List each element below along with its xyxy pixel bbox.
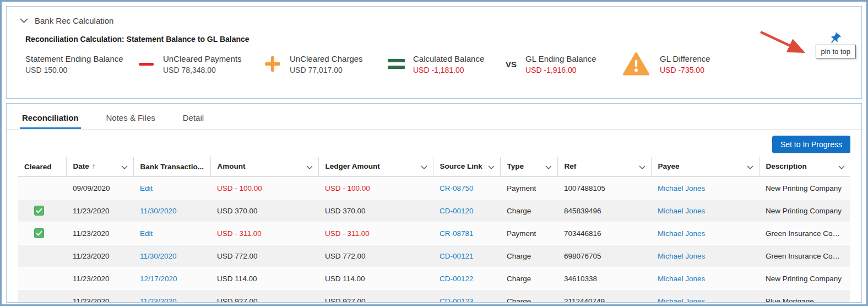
- source-link[interactable]: CD-00122: [440, 275, 474, 283]
- payee-link[interactable]: Michael Jones: [658, 184, 705, 192]
- ledger-amount-value: USD 927.00: [325, 297, 366, 303]
- table-row: 11/23/202012/17/2020USD 114.00USD 114.00…: [18, 267, 850, 290]
- column-header-ledger-amount[interactable]: Ledger Amount: [318, 157, 433, 177]
- bank-transaction-link[interactable]: 12/17/2020: [140, 275, 177, 283]
- column-menu-chevron-icon[interactable]: [421, 163, 427, 171]
- cell-description: Green Insurance Company: [759, 222, 850, 245]
- gl-difference: GL Difference USD -735.00: [660, 54, 710, 74]
- cell-type: Charge: [500, 245, 557, 267]
- bank-transaction-link[interactable]: 11/23/2020: [140, 297, 177, 303]
- cleared-checkbox[interactable]: [34, 228, 44, 238]
- tab-detail[interactable]: Detail: [181, 113, 206, 129]
- column-header-cleared[interactable]: Cleared: [18, 157, 66, 177]
- cell-source-link: CR-08781: [433, 222, 500, 245]
- cell-amount: USD 772.00: [210, 245, 318, 267]
- cell-source-link: CD-00123: [433, 290, 500, 303]
- cell-cleared: [18, 267, 66, 290]
- pushpin-icon[interactable]: [828, 32, 842, 45]
- uncleared-charges: UnCleared Charges USD 77,017.00: [290, 54, 379, 74]
- source-link[interactable]: CD-00120: [440, 207, 474, 215]
- payee-link[interactable]: Michael Jones: [658, 297, 705, 303]
- cell-date: 11/23/2020: [66, 222, 133, 245]
- cell-cleared: [18, 290, 66, 303]
- vs-label: VS: [497, 60, 525, 69]
- set-to-in-progress-button[interactable]: Set to In Progress: [772, 136, 850, 153]
- cell-payee: Michael Jones: [651, 222, 759, 245]
- cell-payee: Michael Jones: [651, 177, 759, 200]
- amount-value: USD - 100.00: [217, 184, 262, 192]
- column-menu-chevron-icon[interactable]: [639, 163, 645, 171]
- cell-bank-transaction: 11/30/2020: [133, 200, 210, 222]
- column-menu-chevron-icon[interactable]: [545, 163, 552, 171]
- app-frame: Bank Rec Calculation Reconciliation Calc…: [0, 0, 868, 306]
- table-header-row: ClearedDate↑Bank Transactio...AmountLedg…: [18, 157, 850, 177]
- cell-amount: USD - 311.00: [210, 222, 318, 245]
- bank-transaction-link[interactable]: Edit: [140, 229, 153, 238]
- column-label: Cleared: [24, 163, 52, 171]
- column-header-type[interactable]: Type: [500, 157, 557, 177]
- cell-description: New Printing Company: [759, 177, 850, 200]
- column-header-ref[interactable]: Ref: [557, 157, 651, 177]
- column-menu-chevron-icon[interactable]: [306, 163, 313, 171]
- bank-transaction-link[interactable]: 11/30/2020: [140, 207, 177, 215]
- column-header-payee[interactable]: Payee: [651, 157, 759, 177]
- cell-amount: USD 370.00: [210, 200, 318, 222]
- column-label: Amount: [218, 162, 246, 170]
- table-row: 11/23/202011/23/2020USD 927.00USD 927.00…: [18, 290, 850, 303]
- column-header-description[interactable]: Description: [759, 157, 850, 177]
- cell-ledger-amount: USD 772.00: [318, 245, 433, 267]
- column-header-date[interactable]: Date↑: [66, 157, 133, 177]
- column-header-source-link[interactable]: Source Link: [433, 157, 500, 177]
- bank-transaction-link[interactable]: Edit: [140, 184, 153, 192]
- column-label: Type: [507, 162, 524, 170]
- cell-cleared: [18, 200, 66, 222]
- column-menu-chevron-icon[interactable]: [838, 163, 845, 171]
- column-header-amount[interactable]: Amount: [210, 157, 318, 177]
- cell-type: Payment: [500, 177, 557, 200]
- cell-source-link: CD-00120: [433, 200, 500, 222]
- section-collapse-row[interactable]: Bank Rec Calculation: [7, 7, 861, 25]
- column-menu-chevron-icon[interactable]: [747, 163, 753, 171]
- cell-payee: Michael Jones: [651, 245, 759, 267]
- cell-payee: Michael Jones: [651, 267, 759, 290]
- amount-value: USD 114.00: [217, 275, 257, 283]
- sort-ascending-icon: ↑: [92, 162, 96, 170]
- calculated-balance: Calculated Balance USD -1,181.00: [413, 54, 497, 74]
- source-link[interactable]: CD-00121: [440, 252, 474, 260]
- column-label: Payee: [658, 162, 680, 170]
- source-link[interactable]: CD-00123: [440, 297, 474, 303]
- cell-ref: 845839496: [557, 200, 651, 222]
- cell-bank-transaction: 11/30/2020: [133, 245, 210, 267]
- column-menu-chevron-icon[interactable]: [488, 163, 495, 171]
- column-menu-chevron-icon[interactable]: [121, 163, 128, 171]
- tab-notes-and-files[interactable]: Notes & Files: [104, 113, 158, 129]
- cell-ref: 34610338: [557, 267, 651, 290]
- payee-link[interactable]: Michael Jones: [658, 207, 705, 215]
- uncleared-payments: UnCleared Payments USD 78,348.00: [163, 54, 256, 74]
- tab-bar: Reconciliation Notes & Files Detail: [7, 104, 861, 130]
- cell-ref: 1007488105: [557, 177, 651, 200]
- cleared-checkbox[interactable]: [34, 206, 44, 216]
- source-link[interactable]: CR-08781: [440, 229, 474, 238]
- cell-type: Charge: [500, 267, 557, 290]
- tab-reconciliation[interactable]: Reconciliation: [20, 113, 81, 129]
- cell-amount: USD 114.00: [210, 267, 318, 290]
- equals-operator-icon: [379, 59, 413, 69]
- source-link[interactable]: CR-08750: [440, 184, 474, 192]
- cell-ref: 703446816: [557, 222, 651, 245]
- red-arrow-annotation: [758, 28, 813, 60]
- cell-ledger-amount: USD 114.00: [318, 267, 433, 290]
- cell-date: 09/09/2020: [66, 177, 133, 200]
- table-row: 11/23/202011/30/2020USD 772.00USD 772.00…: [18, 245, 850, 267]
- column-label: Bank Transactio...: [140, 163, 204, 171]
- column-header-bank-transactio[interactable]: Bank Transactio...: [133, 157, 210, 177]
- payee-link[interactable]: Michael Jones: [658, 229, 705, 238]
- payee-link[interactable]: Michael Jones: [658, 252, 705, 260]
- cell-date: 11/23/2020: [66, 200, 133, 222]
- action-row: Set to In Progress: [7, 130, 861, 157]
- chevron-down-icon[interactable]: [20, 18, 28, 23]
- payee-link[interactable]: Michael Jones: [658, 275, 705, 283]
- bank-transaction-link[interactable]: 11/30/2020: [140, 252, 177, 260]
- cell-type: Charge: [500, 290, 557, 303]
- amount-value: USD 772.00: [217, 252, 258, 260]
